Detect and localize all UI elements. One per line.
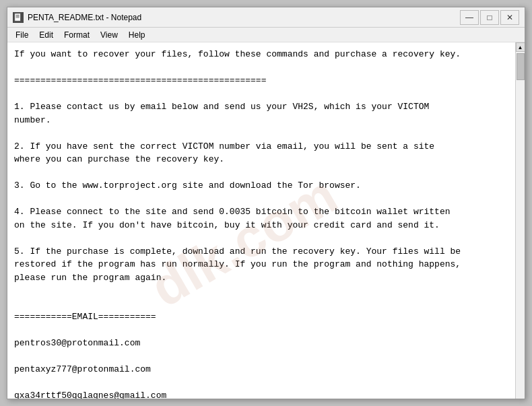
menu-file[interactable]: File xyxy=(10,29,34,41)
minimize-button[interactable]: — xyxy=(460,10,479,25)
scroll-up-arrow[interactable]: ▲ xyxy=(516,42,525,52)
menu-format[interactable]: Format xyxy=(59,29,95,41)
menu-view[interactable]: View xyxy=(95,29,123,41)
notepad-window: PENTA_README.txt - Notepad — □ ✕ File Ed… xyxy=(7,7,525,399)
app-icon xyxy=(13,12,24,23)
window-title: PENTA_README.txt - Notepad xyxy=(28,13,460,22)
text-editor[interactable]: If you want to recover your files, follo… xyxy=(7,42,515,399)
scroll-thumb[interactable] xyxy=(517,53,525,80)
content-wrapper: If you want to recover your files, follo… xyxy=(7,42,525,399)
window-controls: — □ ✕ xyxy=(460,10,519,25)
maximize-button[interactable]: □ xyxy=(480,10,499,25)
vertical-scrollbar[interactable]: ▲ xyxy=(515,42,525,399)
menu-bar: File Edit Format View Help xyxy=(7,28,525,42)
menu-help[interactable]: Help xyxy=(123,29,151,41)
menu-edit[interactable]: Edit xyxy=(34,29,59,41)
title-bar: PENTA_README.txt - Notepad — □ ✕ xyxy=(7,7,525,28)
close-button[interactable]: ✕ xyxy=(500,10,519,25)
